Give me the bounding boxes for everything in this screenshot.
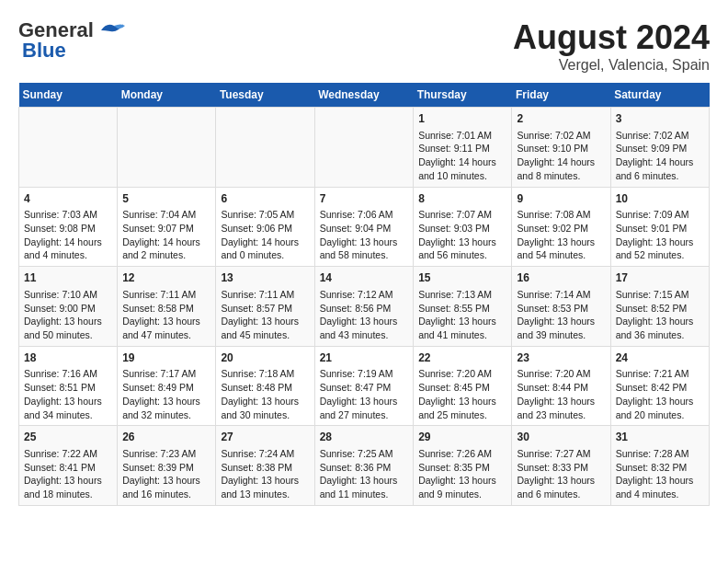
day-number: 13 xyxy=(221,270,309,286)
sunrise-text: Sunrise: 7:15 AM xyxy=(616,288,704,302)
day-cell: 14Sunrise: 7:12 AMSunset: 8:56 PMDayligh… xyxy=(314,267,414,347)
day-number: 24 xyxy=(616,350,704,366)
sunset-text: Sunset: 9:07 PM xyxy=(122,222,210,236)
daylight-text: Daylight: 13 hours and 43 minutes. xyxy=(320,315,409,341)
day-cell: 15Sunrise: 7:13 AMSunset: 8:55 PMDayligh… xyxy=(414,267,512,347)
sunset-text: Sunset: 8:51 PM xyxy=(24,381,112,395)
sunrise-text: Sunrise: 7:20 AM xyxy=(517,367,605,381)
day-cell: 25Sunrise: 7:22 AMSunset: 8:41 PMDayligh… xyxy=(19,426,118,506)
daylight-text: Daylight: 13 hours and 9 minutes. xyxy=(418,474,506,500)
week-row-2: 4Sunrise: 7:03 AMSunset: 9:08 PMDaylight… xyxy=(19,187,710,267)
day-cell: 16Sunrise: 7:14 AMSunset: 8:53 PMDayligh… xyxy=(512,267,610,347)
day-cell: 20Sunrise: 7:18 AMSunset: 8:48 PMDayligh… xyxy=(216,346,314,426)
sunrise-text: Sunrise: 7:12 AM xyxy=(320,288,409,302)
calendar-table: SundayMondayTuesdayWednesdayThursdayFrid… xyxy=(18,83,710,506)
header-wednesday: Wednesday xyxy=(314,83,414,108)
week-row-4: 18Sunrise: 7:16 AMSunset: 8:51 PMDayligh… xyxy=(19,346,710,426)
sunrise-text: Sunrise: 7:10 AM xyxy=(24,288,112,302)
daylight-text: Daylight: 13 hours and 32 minutes. xyxy=(122,395,210,421)
sunset-text: Sunset: 9:11 PM xyxy=(418,142,506,155)
daylight-text: Daylight: 13 hours and 50 minutes. xyxy=(24,315,112,341)
day-cell: 13Sunrise: 7:11 AMSunset: 8:57 PMDayligh… xyxy=(216,267,314,347)
day-number: 30 xyxy=(517,430,605,445)
sunset-text: Sunset: 8:49 PM xyxy=(122,381,210,395)
daylight-text: Daylight: 13 hours and 34 minutes. xyxy=(24,395,112,421)
month-year: August 2024 xyxy=(513,18,710,57)
sunset-text: Sunset: 9:02 PM xyxy=(517,222,605,236)
sunset-text: Sunset: 8:47 PM xyxy=(320,381,409,395)
sunrise-text: Sunrise: 7:11 AM xyxy=(122,288,210,302)
day-number: 5 xyxy=(122,191,210,207)
day-number: 31 xyxy=(616,430,704,445)
day-number: 26 xyxy=(122,430,210,445)
sunrise-text: Sunrise: 7:04 AM xyxy=(122,208,210,222)
sunrise-text: Sunrise: 7:02 AM xyxy=(616,129,704,143)
day-number: 22 xyxy=(418,350,506,366)
day-cell: 27Sunrise: 7:24 AMSunset: 8:38 PMDayligh… xyxy=(216,426,314,506)
day-number: 14 xyxy=(320,270,409,286)
day-cell: 12Sunrise: 7:11 AMSunset: 8:58 PMDayligh… xyxy=(118,267,216,347)
location: Vergel, Valencia, Spain xyxy=(513,57,710,74)
sunset-text: Sunset: 9:06 PM xyxy=(221,222,309,236)
day-number: 21 xyxy=(320,350,409,366)
day-cell: 31Sunrise: 7:28 AMSunset: 8:32 PMDayligh… xyxy=(610,426,709,506)
daylight-text: Daylight: 14 hours and 0 minutes. xyxy=(221,236,309,262)
daylight-text: Daylight: 14 hours and 8 minutes. xyxy=(517,155,605,182)
sunset-text: Sunset: 8:42 PM xyxy=(616,381,704,395)
header-tuesday: Tuesday xyxy=(216,83,314,108)
daylight-text: Daylight: 13 hours and 45 minutes. xyxy=(221,315,309,341)
sunrise-text: Sunrise: 7:25 AM xyxy=(320,447,409,461)
day-number: 1 xyxy=(418,111,506,127)
day-number: 12 xyxy=(122,270,210,286)
sunrise-text: Sunrise: 7:06 AM xyxy=(320,208,409,222)
sunset-text: Sunset: 8:36 PM xyxy=(320,461,409,475)
day-cell: 11Sunrise: 7:10 AMSunset: 9:00 PMDayligh… xyxy=(19,267,118,347)
sunrise-text: Sunrise: 7:21 AM xyxy=(616,367,704,381)
week-row-1: 1Sunrise: 7:01 AMSunset: 9:11 PMDaylight… xyxy=(19,108,710,188)
sunrise-text: Sunrise: 7:03 AM xyxy=(24,208,112,222)
daylight-text: Daylight: 13 hours and 13 minutes. xyxy=(221,474,309,500)
daylight-text: Daylight: 13 hours and 41 minutes. xyxy=(418,315,506,341)
day-number: 2 xyxy=(517,111,605,127)
day-cell: 21Sunrise: 7:19 AMSunset: 8:47 PMDayligh… xyxy=(314,346,414,426)
day-number: 6 xyxy=(221,191,309,207)
sunrise-text: Sunrise: 7:27 AM xyxy=(517,447,605,461)
day-number: 15 xyxy=(418,270,506,286)
day-number: 19 xyxy=(122,350,210,366)
day-cell: 1Sunrise: 7:01 AMSunset: 9:11 PMDaylight… xyxy=(414,108,512,188)
daylight-text: Daylight: 13 hours and 23 minutes. xyxy=(517,395,605,421)
daylight-text: Daylight: 13 hours and 58 minutes. xyxy=(320,236,409,262)
day-number: 20 xyxy=(221,350,309,366)
sunrise-text: Sunrise: 7:26 AM xyxy=(418,447,506,461)
week-row-3: 11Sunrise: 7:10 AMSunset: 9:00 PMDayligh… xyxy=(19,267,710,347)
sunset-text: Sunset: 8:35 PM xyxy=(418,461,506,475)
sunset-text: Sunset: 9:01 PM xyxy=(616,222,704,236)
sunset-text: Sunset: 8:57 PM xyxy=(221,302,309,316)
sunset-text: Sunset: 9:03 PM xyxy=(418,222,506,236)
daylight-text: Daylight: 13 hours and 11 minutes. xyxy=(320,474,409,500)
day-cell: 24Sunrise: 7:21 AMSunset: 8:42 PMDayligh… xyxy=(610,346,709,426)
daylight-text: Daylight: 13 hours and 20 minutes. xyxy=(616,395,704,421)
daylight-text: Daylight: 13 hours and 39 minutes. xyxy=(517,315,605,341)
sunset-text: Sunset: 8:52 PM xyxy=(616,302,704,316)
day-cell: 26Sunrise: 7:23 AMSunset: 8:39 PMDayligh… xyxy=(118,426,216,506)
header: General Blue August 2024 Vergel, Valenci… xyxy=(18,18,710,74)
sunrise-text: Sunrise: 7:01 AM xyxy=(418,129,506,143)
daylight-text: Daylight: 14 hours and 10 minutes. xyxy=(418,155,506,182)
day-number: 4 xyxy=(24,191,112,207)
day-cell: 2Sunrise: 7:02 AMSunset: 9:10 PMDaylight… xyxy=(512,108,610,188)
day-number: 9 xyxy=(517,191,605,207)
sunset-text: Sunset: 8:38 PM xyxy=(221,461,309,475)
day-number: 16 xyxy=(517,270,605,286)
sunset-text: Sunset: 9:10 PM xyxy=(517,142,605,155)
daylight-text: Daylight: 13 hours and 25 minutes. xyxy=(418,395,506,421)
sunset-text: Sunset: 8:58 PM xyxy=(122,302,210,316)
day-cell: 10Sunrise: 7:09 AMSunset: 9:01 PMDayligh… xyxy=(610,187,709,267)
sunrise-text: Sunrise: 7:24 AM xyxy=(221,447,309,461)
sunset-text: Sunset: 8:33 PM xyxy=(517,461,605,475)
sunrise-text: Sunrise: 7:09 AM xyxy=(616,208,704,222)
daylight-text: Daylight: 13 hours and 36 minutes. xyxy=(616,315,704,341)
sunrise-text: Sunrise: 7:19 AM xyxy=(320,367,409,381)
daylight-text: Daylight: 14 hours and 4 minutes. xyxy=(24,236,112,262)
sunrise-text: Sunrise: 7:13 AM xyxy=(418,288,506,302)
